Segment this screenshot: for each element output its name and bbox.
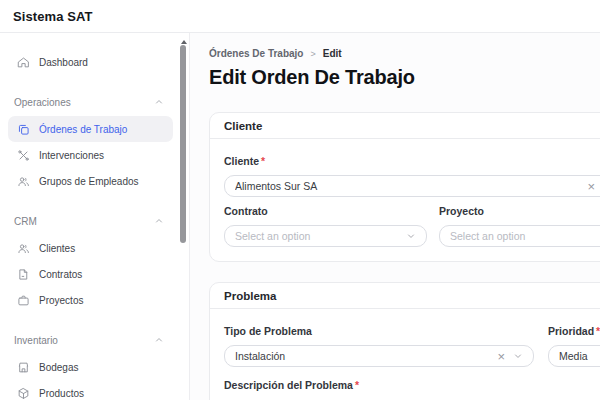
sidebar-item-label: Dashboard [39, 57, 88, 68]
breadcrumb-current: Edit [323, 48, 342, 59]
tools-icon [17, 149, 30, 162]
users-icon [17, 242, 30, 255]
sidebar-item-clientes[interactable]: Clientes [8, 235, 173, 261]
proyecto-placeholder: Select an option [450, 230, 595, 242]
copy-documents-icon [17, 123, 30, 136]
field-row-contrato-proyecto: Contrato Select an option Pro [224, 205, 600, 247]
field-prioridad: Prioridad* Media [548, 325, 600, 367]
card-problema-title: Problema [210, 283, 600, 309]
tipo-problema-select[interactable]: Instalación × [224, 345, 534, 367]
sidebar-item-ordenes-de-trabajo[interactable]: Órdenes de Trabajo [8, 116, 173, 142]
sidebar-item-label: Órdenes de Trabajo [39, 124, 127, 135]
main-content: Órdenes De Trabajo > Edit Edit Orden De … [190, 33, 600, 400]
sidebar-item-label: Productos [39, 388, 84, 399]
field-label-tipo-problema: Tipo de Problema [224, 325, 534, 338]
page-title: Edit Orden De Trabajo [209, 65, 600, 89]
field-row-tipo-prioridad: Tipo de Problema Instalación × [224, 325, 600, 367]
contrato-select[interactable]: Select an option [224, 225, 427, 247]
chevron-down-icon [406, 231, 416, 241]
field-label-prioridad: Prioridad* [548, 325, 600, 338]
chevron-up-icon [154, 216, 164, 226]
scrollbar-thumb[interactable] [180, 45, 186, 243]
sidebar-item-bodegas[interactable]: Bodegas [8, 354, 173, 380]
sidebar-item-label: Clientes [39, 243, 75, 254]
sidebar-item-contratos[interactable]: Contratos [8, 261, 173, 287]
field-label-cliente: Cliente* [224, 155, 600, 168]
label-text: Contrato [224, 205, 268, 218]
users-group-icon [17, 175, 30, 188]
sidebar-item-label: Grupos de Empleados [39, 176, 139, 187]
package-icon [17, 387, 30, 400]
sidebar-item-dashboard[interactable]: Dashboard [8, 49, 173, 75]
scrollbar-up-arrow-icon[interactable] [181, 37, 187, 44]
sidebar-item-proyectos[interactable]: Proyectos [8, 287, 173, 313]
card-problema: Problema Tipo de Problema Instalación × [209, 282, 600, 400]
field-label-proyecto: Proyecto [439, 205, 600, 218]
sidebar-item-grupos-de-empleados[interactable]: Grupos de Empleados [8, 168, 173, 194]
field-tipo-problema: Tipo de Problema Instalación × [224, 325, 534, 367]
required-asterisk: * [355, 379, 359, 392]
main-inner: Órdenes De Trabajo > Edit Edit Orden De … [209, 47, 600, 400]
breadcrumb-separator: > [310, 49, 315, 59]
prioridad-selected-value: Media [559, 350, 595, 362]
chevron-down-icon [513, 351, 523, 361]
chevron-up-icon [154, 97, 164, 107]
label-text: Proyecto [439, 205, 484, 218]
sidebar-item-label: Intervenciones [39, 150, 104, 161]
prioridad-select[interactable]: Media [548, 345, 600, 367]
card-cliente: Cliente Cliente* Alimentos Sur SA × [209, 112, 600, 262]
required-asterisk: * [596, 325, 600, 338]
label-text: Cliente [224, 155, 259, 168]
sidebar-item-productos[interactable]: Productos [8, 380, 173, 400]
app-title: Sistema SAT [13, 9, 93, 24]
sidebar-section-operaciones[interactable]: Operaciones [0, 88, 189, 116]
breadcrumb-parent-link[interactable]: Órdenes De Trabajo [209, 48, 303, 59]
field-label-contrato: Contrato [224, 205, 427, 218]
contrato-placeholder: Select an option [235, 230, 398, 242]
breadcrumb: Órdenes De Trabajo > Edit [209, 47, 600, 60]
clear-icon[interactable]: × [587, 180, 595, 193]
card-cliente-body: Cliente* Alimentos Sur SA × [210, 139, 600, 261]
store-icon [17, 361, 30, 374]
briefcase-icon [17, 294, 30, 307]
section-label: Inventario [14, 335, 58, 346]
field-proyecto: Proyecto Select an option [439, 205, 600, 247]
document-icon [17, 268, 30, 281]
sidebar-item-intervenciones[interactable]: Intervenciones [8, 142, 173, 168]
app-body: Dashboard Operaciones Órdenes de Trabajo… [0, 33, 600, 400]
sidebar-scrollbar[interactable] [180, 33, 187, 400]
field-contrato: Contrato Select an option [224, 205, 427, 247]
section-label: CRM [14, 216, 37, 227]
card-problema-body: Tipo de Problema Instalación × [210, 309, 600, 400]
field-label-descripcion: Descripción del Problema* [224, 379, 600, 392]
sidebar-section-inventario[interactable]: Inventario [0, 326, 189, 354]
cliente-select[interactable]: Alimentos Sur SA × [224, 175, 600, 197]
sidebar-section-crm[interactable]: CRM [0, 207, 189, 235]
chevron-up-icon [154, 335, 164, 345]
label-text: Tipo de Problema [224, 325, 312, 338]
clear-icon[interactable]: × [497, 350, 505, 363]
card-cliente-title: Cliente [210, 113, 600, 139]
sidebar-item-label: Contratos [39, 269, 82, 280]
app-header: Sistema SAT [0, 0, 600, 33]
sidebar-item-label: Proyectos [39, 295, 83, 306]
label-text: Prioridad [548, 325, 594, 338]
home-icon [17, 56, 30, 69]
sidebar: Dashboard Operaciones Órdenes de Trabajo… [0, 33, 190, 400]
section-label: Operaciones [14, 97, 71, 108]
tipo-problema-selected-value: Instalación [235, 350, 489, 362]
required-asterisk: * [261, 155, 265, 168]
label-text: Descripción del Problema [224, 379, 353, 392]
cliente-selected-value: Alimentos Sur SA [235, 180, 579, 192]
field-descripcion: Descripción del Problema* [224, 379, 600, 392]
sidebar-item-label: Bodegas [39, 362, 78, 373]
field-cliente: Cliente* Alimentos Sur SA × [224, 155, 600, 197]
proyecto-select[interactable]: Select an option [439, 225, 600, 247]
